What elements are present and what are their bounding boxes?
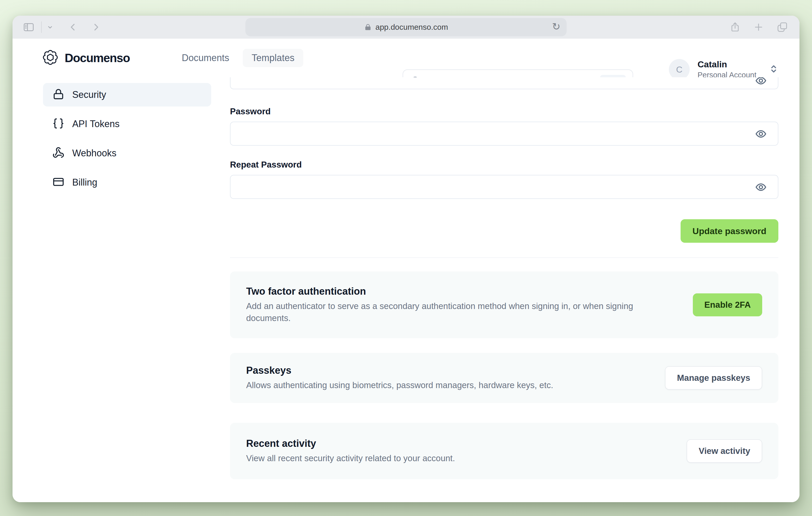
nav-item-documents[interactable]: Documents [173,49,238,67]
password-label: Password [230,107,271,116]
browser-window: app.documenso.com ↻ [12,16,800,502]
tab-overview-icon[interactable] [777,21,788,33]
password-input[interactable] [235,123,749,144]
card-description: View all recent security activity relate… [246,452,455,464]
chevrons-up-down-icon [768,63,779,76]
toolbar-divider [41,21,42,33]
current-password-input[interactable] [235,77,749,88]
avatar: C [669,59,690,80]
sidebar-item-label: Security [72,89,106,100]
sidebar-item-webhooks[interactable]: Webhooks [43,141,211,165]
eye-icon[interactable] [755,77,767,87]
sidebar-item-api-tokens[interactable]: API Tokens [43,112,211,136]
two-factor-card: Two factor authentication Add an authent… [230,271,778,338]
card-description: Allows authenticating using biometrics, … [246,379,553,391]
section-divider [230,257,778,258]
lock-icon [364,23,372,31]
chevron-down-icon[interactable] [47,24,54,31]
documenso-logo-icon [42,49,59,67]
password-field[interactable] [230,121,778,146]
eye-icon[interactable] [755,128,767,140]
settings-content: Security API Tokens [12,77,800,502]
sidebar-item-label: Billing [72,177,97,188]
sidebar-toggle-icon[interactable] [23,21,34,33]
credit-card-icon [52,176,64,189]
recent-activity-card: Recent activity View all recent security… [230,423,778,479]
address-bar[interactable]: app.documenso.com ↻ [245,18,567,36]
braces-icon [52,117,64,131]
app-header: Documenso Documents Templates ⌘+K C Cata… [12,38,800,77]
update-password-button[interactable]: Update password [680,219,778,243]
nav-item-templates[interactable]: Templates [243,49,303,67]
card-title: Passkeys [246,365,553,376]
main-nav: Documents Templates [173,38,303,77]
sidebar-item-billing[interactable]: Billing [43,171,211,194]
sidebar-item-label: Webhooks [72,148,116,159]
back-icon[interactable] [68,22,78,32]
new-tab-icon[interactable] [753,22,764,33]
brand[interactable]: Documenso [42,38,130,77]
current-password-field[interactable] [230,77,778,89]
account-name: Catalin [698,59,756,70]
repeat-password-field[interactable] [230,175,778,199]
enable-2fa-button[interactable]: Enable 2FA [693,293,762,316]
card-description: Add an authenticator to serve as a secon… [246,300,669,324]
browser-toolbar: app.documenso.com ↻ [12,16,800,38]
settings-sidebar: Security API Tokens [43,83,211,200]
lock-icon [52,88,64,101]
sidebar-item-security[interactable]: Security [43,83,211,107]
repeat-password-input[interactable] [235,176,749,197]
refresh-icon[interactable]: ↻ [552,21,560,32]
passkeys-card: Passkeys Allows authenticating using bio… [230,353,778,403]
sidebar-item-label: API Tokens [72,118,119,130]
brand-name: Documenso [65,51,130,65]
eye-icon[interactable] [755,181,767,193]
url-text: app.documenso.com [376,23,448,32]
card-title: Recent activity [246,438,455,449]
card-title: Two factor authentication [246,286,669,297]
forward-icon[interactable] [91,22,101,32]
share-icon[interactable] [730,22,741,33]
webhook-icon [52,147,64,160]
manage-passkeys-button[interactable]: Manage passkeys [665,366,762,390]
repeat-password-label: Repeat Password [230,160,302,170]
view-activity-button[interactable]: View activity [687,439,762,463]
